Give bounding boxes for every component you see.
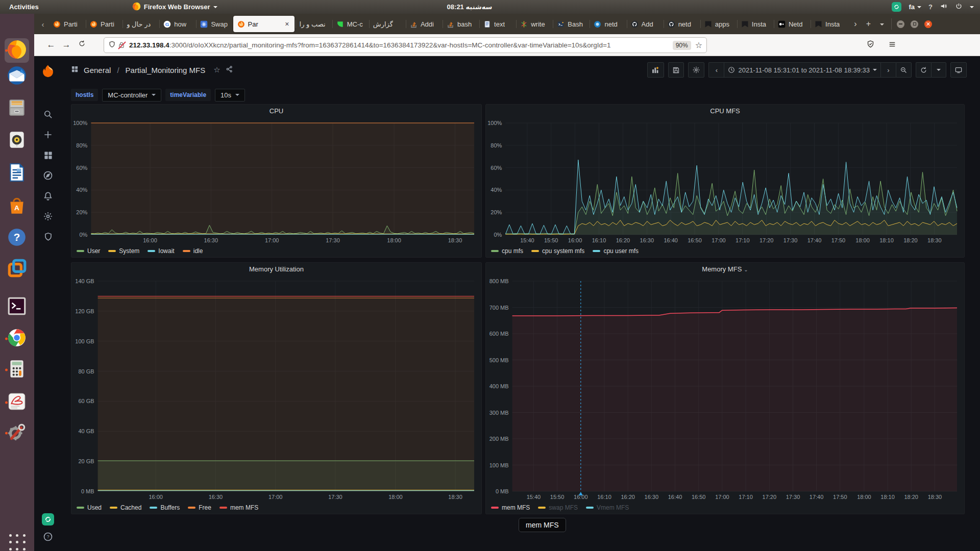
menu-hamburger-icon[interactable] <box>888 41 896 50</box>
legend-item[interactable]: Free <box>188 504 211 511</box>
tab[interactable]: Bash <box>553 16 589 32</box>
list-tabs-button[interactable] <box>880 23 884 26</box>
tab[interactable]: گزارش <box>369 16 405 32</box>
breadcrumb-folder[interactable]: General <box>84 66 111 74</box>
legend-item[interactable]: cpu user mfs <box>593 247 639 255</box>
legend-item[interactable]: Cached <box>110 504 141 511</box>
tab[interactable]: Add <box>627 16 663 32</box>
legend-item[interactable]: Buffers <box>150 504 180 511</box>
close-button[interactable]: ✕ <box>924 20 932 28</box>
minimize-button[interactable] <box>897 20 904 28</box>
clock[interactable]: سه‌شنبه 08:21 <box>429 3 510 11</box>
dock-item-system-tools[interactable] <box>5 421 29 445</box>
tab-active[interactable]: Par× <box>233 16 295 32</box>
dashboard-title[interactable]: Partial_Monitoring MFS <box>126 66 206 74</box>
reload-button[interactable] <box>74 40 89 50</box>
legend-item[interactable]: cpu mfs <box>491 247 523 255</box>
tab[interactable]: Addi <box>406 16 442 32</box>
chart-canvas-mem-util[interactable]: 0 MB20 GB40 GB60 GB80 GB100 GB120 GB140 … <box>71 276 481 502</box>
tab[interactable]: write <box>516 16 552 32</box>
save-dashboard-button[interactable] <box>668 62 684 78</box>
time-range-picker[interactable]: 2021-11-08 15:31:01 to 2021-11-08 18:39:… <box>724 62 880 78</box>
dock-item-firefox[interactable] <box>5 38 29 63</box>
time-back-button[interactable]: ‹ <box>708 62 724 78</box>
legend-item[interactable]: Used <box>77 504 102 511</box>
tab[interactable]: Insta <box>811 16 846 32</box>
activities-button[interactable]: Activities <box>5 3 43 11</box>
tab-scroll-left[interactable]: ‹ <box>37 20 48 29</box>
chart-canvas-mem-mfs[interactable]: 0 MB100 MB200 MB300 MB400 MB500 MB600 MB… <box>486 276 964 502</box>
sidebar-plus-icon[interactable] <box>34 124 62 145</box>
dock-item-rhythmbox[interactable] <box>5 129 29 153</box>
dock-item-document-viewer[interactable] <box>5 390 29 415</box>
dock-item-file-cabinet[interactable] <box>5 96 29 121</box>
sidebar-settings-icon[interactable] <box>34 206 62 227</box>
dock-item-thunderbird[interactable] <box>5 64 29 89</box>
sidebar-dashboards-icon[interactable] <box>34 145 62 165</box>
panel-title-cpu-mfs[interactable]: CPU MFS <box>486 105 964 118</box>
app-menu[interactable]: Firefox Web Browser <box>132 2 217 12</box>
sidebar-explore-icon[interactable] <box>34 165 62 186</box>
legend-item[interactable]: swap MFS <box>538 504 578 511</box>
variable-value-hostIs[interactable]: MC-controller <box>102 89 161 102</box>
dashboards-grid-icon[interactable] <box>71 65 79 74</box>
tab[interactable]: Parti <box>49 16 85 32</box>
favorite-star-icon[interactable]: ☆ <box>213 65 220 74</box>
tab-close-icon[interactable]: × <box>284 20 290 28</box>
legend-item[interactable]: cpu system mfs <box>531 247 584 255</box>
tab[interactable]: Netd <box>774 16 810 32</box>
tab[interactable]: netd <box>664 16 699 32</box>
grafana-logo-icon[interactable] <box>34 60 62 83</box>
sidebar-shield-icon[interactable] <box>34 227 62 247</box>
tab[interactable]: netd <box>590 16 625 32</box>
legend-item[interactable]: mem MFS <box>491 504 530 511</box>
panel-title-mem-mfs[interactable]: Memory MFS⌄ <box>486 263 964 276</box>
maximize-button[interactable] <box>911 20 918 28</box>
dashboard-settings-button[interactable] <box>688 62 704 78</box>
variable-value-timeVariable[interactable]: 10s <box>215 89 245 102</box>
show-applications-button[interactable] <box>7 532 28 551</box>
zoom-out-button[interactable] <box>896 62 912 78</box>
tab[interactable]: MC-c <box>332 16 368 32</box>
tab[interactable]: text <box>479 16 515 32</box>
dock-item-chrome[interactable] <box>5 327 29 351</box>
chart-canvas-cpu-mfs[interactable]: 0%20%40%60%80%100%15:4015:5016:0016:1016… <box>486 118 964 245</box>
legend-item[interactable]: Iowait <box>148 247 174 255</box>
tab[interactable]: در حال و <box>122 16 158 32</box>
dock-item-calculator[interactable] <box>5 358 29 382</box>
refresh-interval-dropdown[interactable] <box>931 62 946 78</box>
shield-check-icon[interactable] <box>866 40 875 51</box>
sidebar-alerting-icon[interactable] <box>34 186 62 206</box>
legend-item[interactable]: idle <box>183 247 203 255</box>
tab[interactable]: apps <box>700 16 736 32</box>
tab[interactable]: bash <box>443 16 478 32</box>
shield-icon[interactable] <box>108 40 116 50</box>
chart-canvas-cpu[interactable]: 0%20%40%60%80%100%16:0016:3017:0017:3018… <box>71 118 481 245</box>
share-icon[interactable] <box>226 65 233 74</box>
bookmark-star-icon[interactable]: ☆ <box>695 40 702 50</box>
panel-title-cpu[interactable]: CPU <box>71 105 481 118</box>
tab-scroll-right[interactable]: › <box>854 19 856 29</box>
legend-item[interactable]: User <box>77 247 100 255</box>
forward-button[interactable]: → <box>59 40 74 50</box>
tab[interactable]: Swap <box>196 16 232 32</box>
sidebar-recorder-icon[interactable] <box>42 513 54 525</box>
system-tray[interactable]: fa ? <box>892 2 974 12</box>
back-button[interactable]: ← <box>43 40 59 50</box>
insecure-lock-icon[interactable] <box>118 41 126 49</box>
keyboard-layout-indicator[interactable]: fa <box>909 3 921 11</box>
dock-item-terminal[interactable] <box>5 295 29 319</box>
sidebar-help-circle[interactable]: ? <box>43 532 53 544</box>
volume-icon[interactable] <box>940 2 948 12</box>
tab[interactable]: Insta <box>737 16 773 32</box>
panel-title-mem-util[interactable]: Memory Utilization <box>71 263 481 276</box>
url-bar[interactable]: 212.33.198.4:3000/d/oIoXXkcnz/partial_mo… <box>104 37 707 53</box>
tab[interactable]: نصب و را <box>296 16 331 32</box>
power-icon[interactable] <box>955 3 963 12</box>
chevron-down-icon[interactable] <box>970 6 974 8</box>
dock-item-libreoffice-writer[interactable] <box>5 161 29 186</box>
legend-item[interactable]: mem MFS <box>219 504 258 511</box>
dock-item-ubuntu-software[interactable]: A <box>5 195 29 219</box>
kiosk-tv-button[interactable] <box>950 62 967 78</box>
tab[interactable]: Parti <box>86 16 121 32</box>
